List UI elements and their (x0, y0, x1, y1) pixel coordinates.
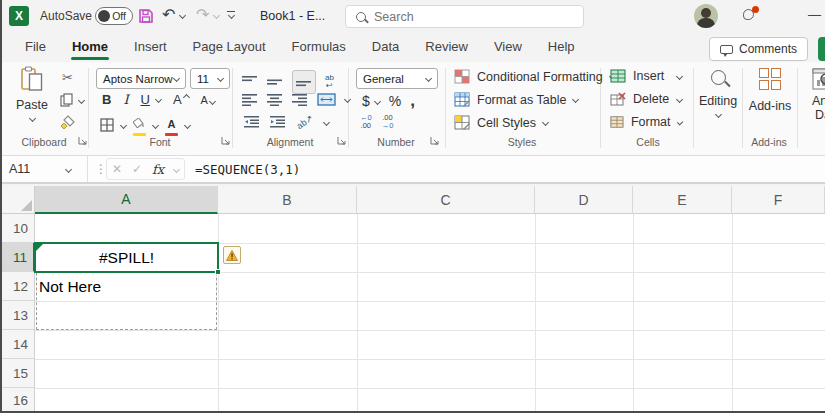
comma-button[interactable]: , (410, 91, 415, 111)
conditional-formatting-button[interactable]: Conditional Formatting (454, 69, 615, 84)
formula-input[interactable]: =SEQUENCE(3,1) (195, 162, 300, 177)
alignment-dialog-launcher-icon[interactable] (337, 136, 346, 145)
row-header-13[interactable]: 13 (0, 301, 35, 330)
cell-a12[interactable]: Not Here (39, 272, 217, 301)
undo-icon[interactable]: ↶ (162, 7, 175, 23)
decrease-indent-icon[interactable] (244, 116, 260, 128)
autosave-toggle[interactable]: Off (95, 7, 133, 25)
column-header-d[interactable]: D (535, 186, 633, 214)
error-options-button[interactable] (223, 246, 241, 264)
tab-formulas[interactable]: Formulas (279, 32, 359, 62)
cell-a11-selected[interactable]: #SPILL! (34, 242, 219, 273)
comments-button[interactable]: Comments (709, 37, 808, 61)
search-input[interactable] (374, 10, 554, 24)
row-header-16[interactable]: 16 (0, 388, 35, 413)
editing-button[interactable]: Editing (697, 70, 739, 117)
delete-cells-button[interactable]: Delete (610, 92, 682, 106)
select-all-corner[interactable] (0, 186, 35, 214)
customize-toolbar-icon[interactable] (227, 11, 235, 18)
fill-color-chevron-icon[interactable] (152, 121, 159, 128)
row-header-14[interactable]: 14 (0, 330, 35, 359)
share-button[interactable] (818, 37, 825, 61)
orientation-button[interactable]: ab↗ (295, 113, 315, 131)
row-header-10[interactable]: 10 (0, 214, 35, 243)
tab-help[interactable]: Help (535, 32, 588, 62)
align-left-icon[interactable] (242, 94, 258, 106)
column-header-a[interactable]: A (35, 186, 218, 214)
increase-decimal-button[interactable]: ←0.00 (360, 114, 372, 129)
row-header-15[interactable]: 15 (0, 359, 35, 388)
copy-chevron-icon[interactable] (78, 97, 85, 104)
top-align-icon[interactable] (242, 76, 258, 88)
font-family-combo[interactable]: Aptos Narrow (96, 68, 186, 89)
format-as-table-button[interactable]: Format as Table (454, 92, 578, 107)
increase-indent-icon[interactable] (270, 116, 286, 128)
currency-button[interactable]: $ (362, 93, 370, 109)
name-box-chevron-icon[interactable] (65, 165, 72, 172)
borders-chevron-icon[interactable] (120, 121, 127, 128)
bold-button[interactable]: B (102, 92, 111, 107)
cell-styles-button[interactable]: Cell Styles (454, 115, 548, 130)
delete-chevron-icon[interactable] (676, 95, 683, 102)
row-header-11[interactable]: 11 (0, 243, 35, 272)
clipboard-dialog-launcher-icon[interactable] (78, 136, 87, 145)
underline-chevron-icon[interactable] (155, 96, 162, 103)
currency-chevron-icon[interactable] (374, 97, 381, 104)
percent-button[interactable]: % (389, 93, 401, 109)
decrease-decimal-button[interactable]: .00→0 (382, 114, 394, 129)
column-header-e[interactable]: E (633, 186, 732, 214)
avatar[interactable] (694, 4, 718, 28)
search-box[interactable] (345, 5, 584, 28)
bottom-align-button[interactable] (292, 70, 316, 94)
fx-chevron-icon[interactable] (173, 165, 180, 172)
column-header-c[interactable]: C (357, 186, 535, 214)
tab-data[interactable]: Data (359, 32, 412, 62)
font-dialog-launcher-icon[interactable] (221, 136, 230, 145)
cut-icon[interactable]: ✂ (62, 70, 73, 85)
orientation-chevron-icon[interactable] (323, 118, 330, 125)
italic-button[interactable]: I (123, 92, 128, 107)
merge-center-icon[interactable] (317, 93, 336, 106)
row-header-12[interactable]: 12 (0, 272, 35, 301)
middle-align-icon[interactable] (267, 76, 283, 88)
name-box[interactable]: A11 (0, 156, 88, 182)
font-size-combo[interactable]: 11 (190, 68, 230, 89)
insert-cells-button[interactable]: Insert (610, 69, 682, 83)
tab-insert[interactable]: Insert (121, 32, 180, 62)
excel-logo-icon[interactable]: X (9, 6, 29, 26)
merge-center-chevron-icon[interactable] (344, 96, 351, 103)
number-dialog-launcher-icon[interactable] (430, 136, 439, 145)
font-color-button[interactable]: A (165, 114, 178, 136)
font-color-chevron-icon[interactable] (184, 121, 191, 128)
tab-review[interactable]: Review (412, 32, 481, 62)
analyze-data-button[interactable]: Ana Da (803, 68, 825, 122)
tab-home[interactable]: Home (59, 32, 121, 62)
align-right-icon[interactable] (292, 94, 308, 106)
format-chevron-icon[interactable] (676, 119, 683, 126)
format-cells-button[interactable]: Format (610, 115, 682, 129)
addins-button[interactable]: Add-ins (747, 68, 793, 113)
borders-icon[interactable] (100, 118, 114, 132)
center-align-icon[interactable] (267, 94, 283, 106)
insert-function-icon[interactable]: fx (152, 162, 164, 177)
underline-button[interactable]: U (141, 92, 150, 107)
lightbulb-icon[interactable] (741, 8, 759, 26)
column-header-f[interactable]: F (732, 186, 825, 214)
fill-handle[interactable] (215, 269, 221, 275)
wrap-text-button[interactable]: ab↩ (325, 74, 334, 90)
minimize-icon[interactable]: — (808, 7, 821, 22)
number-format-combo[interactable]: General (356, 68, 438, 89)
shrink-font-button[interactable]: A (201, 94, 215, 106)
undo-chevron-icon[interactable] (179, 12, 186, 19)
copy-icon[interactable] (60, 93, 74, 107)
tab-page-layout[interactable]: Page Layout (180, 32, 279, 62)
column-header-b[interactable]: B (218, 186, 357, 214)
paste-button[interactable]: Paste (10, 66, 54, 121)
fill-color-button[interactable] (133, 114, 146, 136)
tab-view[interactable]: View (481, 32, 535, 62)
insert-chevron-icon[interactable] (676, 72, 683, 79)
save-icon[interactable] (138, 8, 154, 24)
grow-font-button[interactable]: A (173, 92, 189, 107)
format-painter-icon[interactable] (60, 115, 75, 130)
tab-file[interactable]: File (12, 32, 59, 62)
